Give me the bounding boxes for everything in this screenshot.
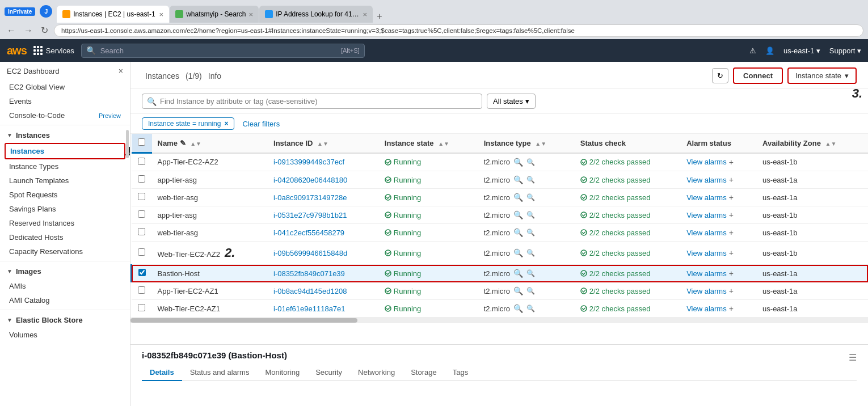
add-alarm-icon[interactable]: +	[729, 175, 734, 184]
sidebar-item-ec2-global-view[interactable]: EC2 Global View	[0, 80, 130, 94]
refresh-button[interactable]: ↻	[39, 24, 50, 37]
sidebar-item-console-to-code[interactable]: Console-to-Code Preview	[0, 108, 130, 122]
view-alarms-link[interactable]: View alarms	[686, 269, 727, 278]
zoom-in-icon[interactable]: 🔍	[513, 269, 523, 278]
back-button[interactable]: ←	[5, 24, 18, 37]
cell-instance-id[interactable]: i-04208620e06448180	[273, 176, 347, 184]
detail-tab-details[interactable]: Details	[142, 365, 182, 381]
sidebar-item-reserved-instances[interactable]: Reserved Instances	[0, 216, 130, 230]
add-alarm-icon[interactable]: +	[729, 193, 734, 202]
detail-tab-storage[interactable]: Storage	[403, 365, 445, 381]
view-alarms-link[interactable]: View alarms	[686, 249, 727, 257]
add-alarm-icon[interactable]: +	[729, 248, 734, 257]
sidebar-item-instance-types[interactable]: Instance Types	[0, 159, 130, 174]
row-checkbox[interactable]	[138, 286, 145, 294]
view-alarms-link[interactable]: View alarms	[686, 211, 727, 219]
cell-instance-id[interactable]: i-09b5699946615848d	[273, 249, 347, 257]
sidebar-item-ec2-dashboard[interactable]: EC2 Dashboard ×	[0, 62, 130, 80]
detail-tab-networking[interactable]: Networking	[350, 365, 403, 381]
row-checkbox[interactable]	[138, 193, 145, 200]
tab-whatsmyip-close[interactable]: ×	[249, 10, 254, 19]
cell-instance-id[interactable]: i-01ef61e9e1118a7e1	[273, 304, 345, 313]
address-bar[interactable]: https://us-east-1.console.aws.amazon.com…	[54, 24, 863, 37]
cell-instance-id[interactable]: i-041c2ecf556458279	[273, 229, 344, 237]
row-checkbox[interactable]	[138, 269, 146, 276]
detail-tab-monitoring[interactable]: Monitoring	[257, 365, 307, 381]
zoom-in-icon[interactable]: 🔍	[513, 286, 523, 295]
view-alarms-link[interactable]: View alarms	[686, 287, 727, 295]
search-input[interactable]	[157, 94, 477, 108]
aws-logo[interactable]: aws	[7, 44, 27, 57]
add-alarm-icon[interactable]: +	[729, 228, 734, 237]
clear-filters-button[interactable]: Clear filters	[239, 119, 283, 129]
zoom-out-icon[interactable]: 🔍	[526, 211, 535, 219]
sidebar-group-ebs[interactable]: ▼ Elastic Block Store	[0, 312, 130, 328]
aws-search-input[interactable]	[96, 44, 341, 57]
row-checkbox[interactable]	[138, 158, 145, 165]
detail-tab-tags[interactable]: Tags	[445, 365, 476, 381]
zoom-out-icon[interactable]: 🔍	[526, 158, 535, 166]
view-alarms-link[interactable]: View alarms	[686, 176, 727, 184]
zoom-out-icon[interactable]: 🔍	[526, 176, 535, 184]
tab-ip[interactable]: IP Address Lookup for 41.116.12... ×	[259, 6, 373, 23]
zoom-out-icon[interactable]: 🔍	[526, 304, 535, 312]
detail-panel-resize[interactable]: ☰	[849, 352, 857, 363]
zoom-out-icon[interactable]: 🔍	[526, 193, 535, 201]
zoom-in-icon[interactable]: 🔍	[513, 228, 523, 237]
connect-button[interactable]: Connect	[733, 67, 783, 84]
row-checkbox[interactable]	[138, 248, 145, 256]
row-checkbox[interactable]	[138, 304, 145, 311]
cell-instance-id[interactable]: i-0531e27c9798b1b21	[273, 211, 347, 219]
tab-ec2[interactable]: Instances | EC2 | us-east-1 ×	[57, 6, 169, 23]
all-states-button[interactable]: All states ▾	[487, 94, 536, 109]
view-alarms-link[interactable]: View alarms	[686, 304, 727, 313]
sidebar-item-instances[interactable]: Instances	[5, 143, 125, 159]
tab-ip-close[interactable]: ×	[363, 10, 368, 19]
zoom-in-icon[interactable]: 🔍	[513, 304, 523, 313]
account-menu[interactable]: 👤	[765, 46, 774, 55]
cell-instance-id[interactable]: i-0a8c909173149728e	[273, 193, 347, 202]
cell-instance-id[interactable]: i-09133999449c37ecf	[273, 158, 344, 166]
sidebar-item-amis[interactable]: AMIs	[0, 279, 130, 293]
row-checkbox[interactable]	[138, 210, 145, 218]
zoom-in-icon[interactable]: 🔍	[513, 248, 523, 257]
sidebar-group-instances[interactable]: ▼ Instances	[0, 128, 130, 143]
sidebar-scrollbar[interactable]	[126, 130, 129, 158]
info-link[interactable]: Info	[208, 71, 221, 81]
sidebar-item-dedicated-hosts[interactable]: Dedicated Hosts	[0, 230, 130, 244]
sidebar-close-icon[interactable]: ×	[119, 66, 123, 75]
zoom-out-icon[interactable]: 🔍	[526, 229, 535, 236]
zoom-out-icon[interactable]: 🔍	[526, 249, 535, 257]
add-alarm-icon[interactable]: +	[729, 210, 734, 219]
cell-instance-id[interactable]: i-0b8ac94d145ed1208	[273, 287, 347, 295]
sidebar-item-spot-requests[interactable]: Spot Requests	[0, 188, 130, 202]
detail-tab-security[interactable]: Security	[307, 365, 350, 381]
row-checkbox[interactable]	[138, 228, 145, 235]
tab-whatsmyip[interactable]: whatsmyip - Search ×	[170, 6, 259, 23]
row-checkbox[interactable]	[138, 175, 145, 183]
add-alarm-icon[interactable]: +	[729, 269, 734, 278]
add-alarm-icon[interactable]: +	[729, 304, 734, 313]
support-menu[interactable]: Support ▾	[829, 46, 861, 55]
new-tab-button[interactable]: +	[373, 10, 385, 23]
view-alarms-link[interactable]: View alarms	[686, 193, 727, 202]
region-selector[interactable]: ⚠	[749, 46, 756, 55]
aws-search-bar[interactable]: 🔍 [Alt+S]	[81, 44, 365, 58]
sidebar-item-launch-templates[interactable]: Launch Templates	[0, 174, 130, 188]
zoom-in-icon[interactable]: 🔍	[513, 210, 523, 219]
select-all-checkbox[interactable]	[138, 138, 145, 146]
zoom-in-icon[interactable]: 🔍	[513, 158, 523, 167]
zoom-out-icon[interactable]: 🔍	[526, 287, 535, 295]
region-name[interactable]: us-east-1 ▾	[783, 46, 820, 55]
profile-icon[interactable]: J	[40, 5, 52, 18]
refresh-instances-button[interactable]: ↻	[712, 68, 728, 83]
filter-tag-remove[interactable]: ×	[224, 120, 228, 128]
sidebar-item-volumes[interactable]: Volumes	[0, 328, 130, 342]
zoom-in-icon[interactable]: 🔍	[513, 193, 523, 202]
view-alarms-link[interactable]: View alarms	[686, 229, 727, 237]
instance-state-button[interactable]: Instance state ▾	[787, 67, 857, 84]
scrollbar-thumb[interactable]	[130, 318, 357, 323]
sidebar-item-capacity-reservations[interactable]: Capacity Reservations	[0, 244, 130, 259]
forward-button[interactable]: →	[22, 24, 35, 37]
add-alarm-icon[interactable]: +	[729, 286, 734, 295]
